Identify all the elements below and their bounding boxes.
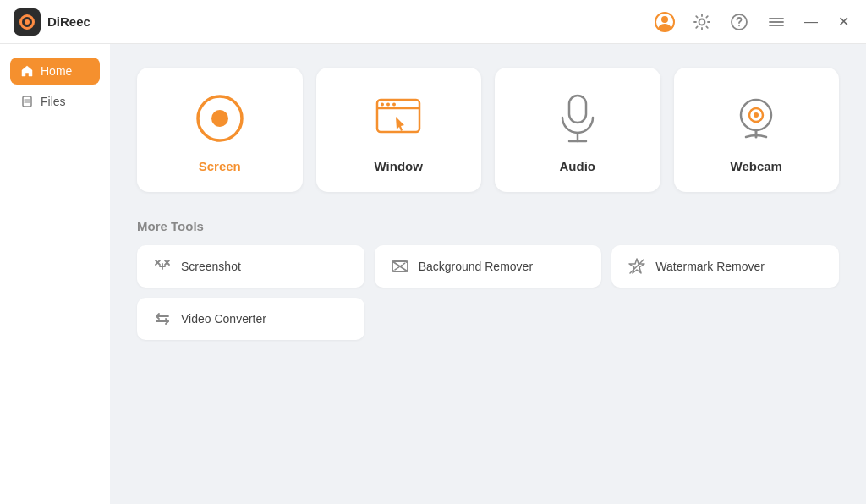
svg-rect-8 xyxy=(23,96,31,107)
sidebar: Home Files xyxy=(0,44,110,504)
menu-icon[interactable] xyxy=(765,10,788,34)
webcam-card-icon xyxy=(729,91,783,145)
recording-cards: Screen Window xyxy=(137,68,839,192)
app-logo xyxy=(14,8,41,36)
watermark-remover-label: Watermark Remover xyxy=(655,260,765,273)
watermark-remover-icon xyxy=(627,257,647,276)
tools-grid: Screenshot Background Remover xyxy=(137,245,839,340)
svg-point-4 xyxy=(738,25,740,26)
settings-icon[interactable] xyxy=(690,10,714,34)
audio-card-icon xyxy=(551,91,605,145)
screen-card[interactable]: Screen xyxy=(137,68,303,192)
svg-point-12 xyxy=(211,110,228,127)
app-logo-ring xyxy=(19,14,35,30)
files-icon xyxy=(20,95,34,108)
sidebar-home-label: Home xyxy=(41,64,72,78)
titlebar: DiReec xyxy=(0,0,866,44)
window-card-label: Window xyxy=(375,159,423,173)
audio-card[interactable]: Audio xyxy=(495,68,660,192)
svg-point-23 xyxy=(754,112,759,118)
svg-point-17 xyxy=(392,103,396,107)
minimize-button[interactable]: — xyxy=(802,13,820,31)
video-converter-icon xyxy=(152,310,173,328)
screenshot-tool[interactable]: Screenshot xyxy=(137,245,364,288)
window-card[interactable]: Window xyxy=(316,68,482,192)
close-button[interactable]: ✕ xyxy=(834,13,852,31)
svg-point-2 xyxy=(699,19,705,25)
sidebar-item-home[interactable]: Home xyxy=(10,58,100,85)
svg-rect-18 xyxy=(569,96,586,123)
video-converter-label: Video Converter xyxy=(181,312,266,326)
more-tools-title: More Tools xyxy=(137,219,839,233)
webcam-card-label: Webcam xyxy=(731,159,782,173)
audio-card-label: Audio xyxy=(560,159,596,173)
content-area: Screen Window xyxy=(110,44,866,504)
screenshot-icon xyxy=(152,257,173,276)
screen-card-label: Screen xyxy=(199,159,241,173)
svg-point-1 xyxy=(661,16,668,23)
video-converter-tool[interactable]: Video Converter xyxy=(137,298,364,340)
background-remover-icon xyxy=(390,257,410,276)
profile-icon[interactable] xyxy=(653,10,677,34)
app-name: DiReec xyxy=(47,14,90,29)
titlebar-right: — ✕ xyxy=(653,10,852,34)
titlebar-left: DiReec xyxy=(14,8,90,36)
background-remover-label: Background Remover xyxy=(419,260,533,273)
screen-card-icon xyxy=(193,91,247,145)
app-logo-dot xyxy=(25,19,30,25)
screenshot-label: Screenshot xyxy=(181,260,241,273)
background-remover-tool[interactable]: Background Remover xyxy=(375,245,602,288)
more-tools-section: More Tools Screenshot xyxy=(137,219,839,340)
home-icon xyxy=(20,64,34,78)
main-layout: Home Files xyxy=(0,44,866,504)
svg-point-15 xyxy=(381,103,384,107)
sidebar-files-label: Files xyxy=(41,95,66,108)
help-icon[interactable] xyxy=(727,10,751,34)
svg-point-16 xyxy=(386,103,390,107)
window-card-icon xyxy=(371,91,425,145)
watermark-remover-tool[interactable]: Watermark Remover xyxy=(611,245,839,288)
webcam-card[interactable]: Webcam xyxy=(674,68,840,192)
sidebar-item-files[interactable]: Files xyxy=(10,88,100,115)
